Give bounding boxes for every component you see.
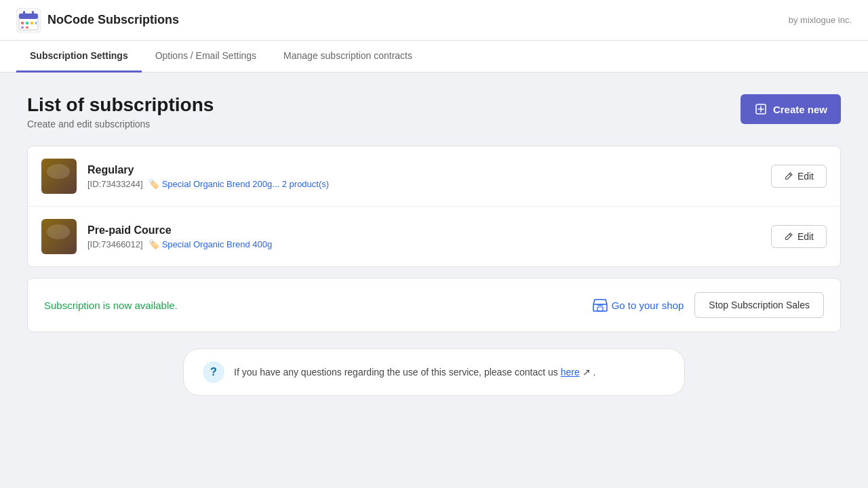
help-link[interactable]: here (561, 367, 580, 378)
subscription-id-1: [ID:73433244] (87, 179, 143, 189)
status-actions: Go to your shop Stop Subscription Sales (593, 292, 824, 318)
help-suffix: . (593, 367, 596, 378)
subscription-info-2: Pre-paid Cource [ID:73466012] 🏷️ Special… (87, 224, 760, 249)
page-subtitle: Create and edit subscriptions (27, 119, 214, 129)
subscription-item: Regulary [ID:73433244] 🏷️ Special Organi… (28, 146, 840, 207)
app-header: NoCode Subscriptions by mixlogue inc. (0, 0, 868, 41)
help-icon: ? (203, 361, 224, 383)
svg-rect-15 (597, 307, 603, 311)
page-header: List of subscriptions Create and edit su… (27, 94, 841, 129)
help-card: ? If you have any questions regarding th… (183, 348, 685, 396)
app-title: NoCode Subscriptions (47, 13, 179, 27)
create-new-button[interactable]: Create new (741, 94, 841, 124)
status-message: Subscription is now available. (44, 300, 178, 311)
help-text-content: If you have any questions regarding the … (234, 367, 558, 378)
edit-label-1: Edit (797, 171, 814, 182)
subscription-image-2 (41, 219, 77, 254)
page-title-block: List of subscriptions Create and edit su… (27, 94, 214, 129)
svg-rect-8 (35, 22, 37, 24)
svg-rect-2 (19, 14, 38, 19)
tag-icon-2: 🏷️ (149, 239, 159, 249)
nav-tabs: Subscription Settings Options / Email Se… (0, 41, 868, 73)
status-card: Subscription is now available. Go to you… (27, 278, 841, 332)
svg-rect-7 (31, 22, 33, 24)
subscription-tag-2: 🏷️ Special Organic Brend 400g (149, 239, 273, 249)
create-new-icon (754, 102, 768, 116)
subscription-tag-label-2: Special Organic Brend 400g (162, 239, 273, 249)
subscription-info-1: Regulary [ID:73433244] 🏷️ Special Organi… (87, 164, 760, 189)
subscription-name-2: Pre-paid Cource (87, 224, 760, 237)
subscription-id-2: [ID:73466012] (87, 239, 143, 249)
subscription-image-1 (41, 159, 77, 194)
stop-subscription-button[interactable]: Stop Subscription Sales (694, 292, 824, 318)
svg-rect-9 (21, 26, 24, 28)
create-new-label: Create new (773, 104, 827, 115)
shop-icon (593, 298, 608, 312)
subscription-name-1: Regulary (87, 164, 760, 176)
edit-icon-2 (784, 232, 793, 241)
svg-rect-6 (26, 22, 28, 24)
main-content: List of subscriptions Create and edit su… (0, 73, 868, 418)
edit-icon-1 (784, 171, 793, 181)
header-left: NoCode Subscriptions (16, 8, 179, 33)
app-logo-icon (16, 8, 41, 33)
subscription-tag-1: 🏷️ Special Organic Brend 200g... 2 produ… (149, 179, 329, 189)
svg-rect-10 (26, 26, 28, 28)
svg-rect-5 (21, 22, 24, 24)
tag-icon-1: 🏷️ (149, 179, 159, 189)
edit-button-1[interactable]: Edit (771, 165, 827, 188)
subscription-meta-1: [ID:73433244] 🏷️ Special Organic Brend 2… (87, 179, 760, 189)
goto-shop-button[interactable]: Go to your shop (593, 298, 684, 312)
svg-rect-3 (23, 11, 25, 16)
tab-manage-contracts[interactable]: Manage subscription contracts (270, 41, 426, 73)
header-byline: by mixlogue inc. (789, 15, 852, 25)
subscription-tag-label-1: Special Organic Brend 200g... 2 product(… (162, 179, 329, 189)
edit-label-2: Edit (797, 231, 814, 242)
page-title: List of subscriptions (27, 94, 214, 116)
subscription-item-2: Pre-paid Cource [ID:73466012] 🏷️ Special… (28, 207, 840, 266)
external-link-icon: ↗ (583, 367, 591, 378)
goto-shop-label: Go to your shop (612, 300, 684, 311)
tab-email-settings[interactable]: Options / Email Settings (142, 41, 270, 73)
subscription-meta-2: [ID:73466012] 🏷️ Special Organic Brend 4… (87, 239, 760, 249)
subscriptions-list-card: Regulary [ID:73433244] 🏷️ Special Organi… (27, 146, 841, 267)
help-text: If you have any questions regarding the … (234, 367, 595, 378)
edit-button-2[interactable]: Edit (771, 225, 827, 248)
tab-subscription-settings[interactable]: Subscription Settings (16, 41, 142, 73)
svg-rect-4 (32, 11, 34, 16)
